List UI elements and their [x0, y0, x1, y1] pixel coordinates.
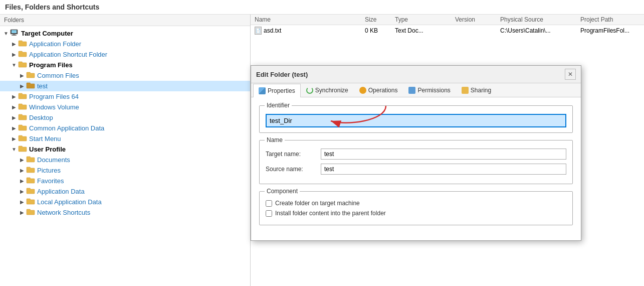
- source-name-label: Source name:: [266, 166, 321, 173]
- tab-permissions-label: Permissions: [417, 87, 450, 94]
- identifier-input-wrapper: [266, 111, 566, 127]
- target-name-label: Target name:: [266, 151, 321, 158]
- source-name-row: Source name:: [266, 164, 566, 175]
- install-folder-label: Install folder content into the parent f…: [275, 210, 386, 217]
- dialog-title: Edit Folder (test): [256, 71, 308, 78]
- install-folder-checkbox[interactable]: [266, 210, 272, 217]
- create-folder-row: Create folder on target machine: [266, 200, 566, 207]
- tab-synchronize[interactable]: Synchronize: [301, 83, 354, 97]
- create-folder-checkbox[interactable]: [266, 200, 272, 207]
- properties-icon: [259, 87, 266, 94]
- identifier-group: Identifier: [259, 105, 573, 133]
- tab-operations[interactable]: Operations: [354, 83, 403, 97]
- identifier-input[interactable]: [266, 114, 566, 127]
- target-name-row: Target name:: [266, 149, 566, 160]
- synchronize-icon: [306, 87, 313, 94]
- name-group: Name Target name: Source name:: [259, 140, 573, 184]
- name-legend: Name: [265, 136, 285, 144]
- sharing-icon: [462, 87, 469, 94]
- name-fields: Target name: Source name:: [266, 146, 566, 175]
- tabs-bar: Properties Synchronize Operations Permis…: [251, 83, 581, 97]
- tab-permissions[interactable]: Permissions: [403, 83, 456, 97]
- component-legend: Component: [265, 188, 300, 195]
- tab-synchronize-label: Synchronize: [315, 87, 348, 94]
- tab-properties[interactable]: Properties: [253, 84, 301, 97]
- install-folder-row: Install folder content into the parent f…: [266, 210, 566, 217]
- dialog-titlebar: Edit Folder (test) ✕: [251, 66, 581, 83]
- tab-properties-label: Properties: [268, 87, 295, 94]
- dialog-overlay: Edit Folder (test) ✕ Properties Synchron…: [0, 0, 644, 286]
- tab-sharing-label: Sharing: [471, 87, 491, 94]
- component-group: Component Create folder on target machin…: [259, 191, 573, 225]
- component-checkboxes: Create folder on target machine Install …: [266, 197, 566, 217]
- create-folder-label: Create folder on target machine: [275, 200, 360, 207]
- dialog-content: Identifier Name: [251, 97, 581, 240]
- dialog-close-button[interactable]: ✕: [565, 69, 576, 80]
- permissions-icon: [408, 87, 415, 94]
- tab-sharing[interactable]: Sharing: [456, 83, 497, 97]
- identifier-legend: Identifier: [265, 102, 292, 109]
- target-name-input[interactable]: [321, 149, 566, 160]
- operations-icon: [359, 87, 366, 94]
- tab-operations-label: Operations: [368, 87, 398, 94]
- edit-folder-dialog: Edit Folder (test) ✕ Properties Synchron…: [251, 65, 581, 241]
- source-name-input[interactable]: [321, 164, 566, 175]
